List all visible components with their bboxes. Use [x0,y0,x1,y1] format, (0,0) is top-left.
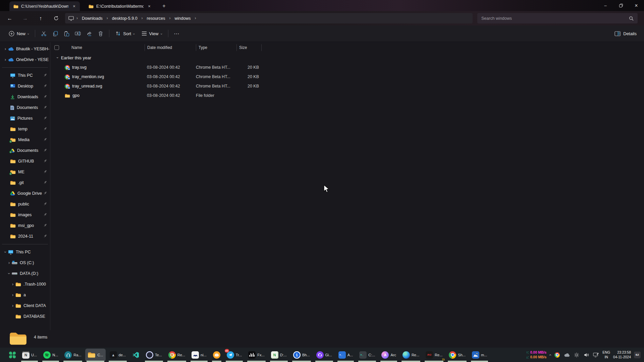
column-header-modified[interactable]: ›Date modified [145,44,196,51]
pin-icon[interactable] [43,137,47,143]
pin-icon[interactable] [43,127,47,132]
chevron-right-icon[interactable]: › [10,282,15,287]
breadcrumb-item[interactable]: desktop-5.9.0 [109,15,140,22]
notification-ez-icon[interactable]: EZ [634,352,641,358]
up-button[interactable]: ↑ [35,13,46,23]
copy-button[interactable] [49,28,61,39]
pin-icon[interactable] [43,84,47,89]
taskbar-item-edge[interactable]: Re... [400,349,422,361]
sidebar-item-pinned[interactable]: GITHUB [0,156,50,167]
sidebar-item-cloud[interactable]: › OneDrive - YESE [0,54,50,65]
breadcrumb-item[interactable]: Downloads [79,15,105,22]
restore-button[interactable] [613,0,629,11]
taskbar-item-explorer[interactable]: C... [85,349,105,361]
refresh-button[interactable] [50,13,62,23]
taskbar-item-telegram[interactable]: 86Tr... [224,349,245,361]
search-box[interactable]: Search windows [477,13,638,23]
cut-button[interactable] [38,28,49,39]
taskbar-item-onepassword[interactable]: 1Bh... [291,349,312,361]
chevron-down-icon[interactable]: › [7,271,11,276]
chevron-right-icon[interactable]: › [10,303,15,308]
sidebar-item-pinned[interactable]: This PC [0,70,50,81]
pin-icon[interactable] [43,170,47,175]
sidebar-item-pinned[interactable]: Google Drive [0,188,50,199]
pin-icon[interactable] [43,202,47,207]
explorer-tab[interactable]: E:\Contributation\Mattermost\ × [85,1,155,11]
pin-icon[interactable] [43,223,47,229]
share-button[interactable] [84,28,95,39]
paste-button[interactable] [61,28,72,39]
breadcrumb-item[interactable]: windows [172,15,193,22]
taskbar-item-nightly[interactable]: ni... [189,349,209,361]
sidebar-tree-item[interactable]: › OS (C:) [0,257,50,268]
explorer-tab[interactable]: C:\Users\Yesbhautik\Downloa × [9,1,80,11]
pin-icon[interactable] [43,95,47,100]
sidebar-item-pinned[interactable]: 2024-11 [0,231,50,242]
back-button[interactable]: ← [4,13,15,23]
pen-display-tray-icon[interactable] [593,352,599,358]
file-row[interactable]: B tray_mention.svg 03-08-2024 00:42 Chro… [51,72,262,81]
pin-icon[interactable] [43,180,47,186]
file-row[interactable]: gpo 03-08-2024 00:42 File folder [51,91,262,100]
rename-button[interactable] [72,28,84,39]
taskbar-item-spotify[interactable]: N... [41,349,60,361]
pin-icon[interactable] [43,191,47,196]
sidebar-tree-item[interactable]: › DATA (D:) [0,268,50,279]
sidebar-item-pinned[interactable]: Downloads [0,92,50,102]
net-speed-widget[interactable]: ↑:0.00 MB/s ↓:0.00 MB/s [526,350,547,359]
tab-close-icon[interactable]: × [146,3,152,9]
pin-icon[interactable] [43,234,47,239]
chrome-tray-icon[interactable] [554,352,560,358]
column-header-size[interactable]: Size [236,44,262,51]
sidebar-item-pinned[interactable]: .git [0,177,50,188]
new-tab-button[interactable]: + [160,2,168,10]
delete-button[interactable] [95,28,106,39]
sidebar-item-pinned[interactable]: Desktop [0,81,50,92]
language-indicator[interactable]: ENG IN [602,350,610,359]
file-row[interactable]: B tray.svg 03-08-2024 00:42 Chrome Beta … [51,63,262,72]
pin-icon[interactable] [43,213,47,218]
taskbar-item-photos[interactable]: m... [470,349,489,361]
sidebar-item-pinned[interactable]: public [0,199,50,209]
sidebar-tree-item[interactable]: › Client DATA [0,300,50,311]
minimize-button[interactable]: – [598,0,613,11]
group-header[interactable]: › Earlier this year [51,53,91,62]
pin-icon[interactable] [43,148,47,154]
pin-icon[interactable] [43,159,47,164]
pin-icon[interactable] [43,116,47,121]
sidebar-item-cloud[interactable]: › Bhautik - YESBH- [0,44,50,54]
new-button[interactable]: New › [5,28,32,39]
taskbar-item-fx[interactable]: Fx... [246,349,267,361]
taskbar-item-arc[interactable]: AArc [379,349,398,361]
pin-icon[interactable] [43,105,47,111]
sort-button[interactable]: Sort › [112,28,138,39]
brightness-tray-icon[interactable] [573,352,580,358]
volume-tray-icon[interactable] [583,352,590,358]
pin-icon[interactable] [43,73,47,78]
file-row[interactable]: B tray_unread.svg 03-08-2024 00:42 Chrom… [51,81,262,91]
clock-widget[interactable]: 23:23:58 04-11-2024 [613,350,631,359]
taskbar-item-vscode[interactable] [130,349,142,361]
sidebar-tree-item[interactable]: › a [0,290,50,300]
forward-button[interactable]: → [19,13,31,23]
view-button[interactable]: View › [138,28,165,39]
taskbar-item-terminal[interactable]: >_C:... [357,349,377,361]
sidebar-item-pinned[interactable]: msi_gpo [0,220,50,231]
close-button[interactable]: × [629,0,644,11]
tab-close-icon[interactable]: × [71,3,77,9]
breadcrumb-item[interactable]: resources [144,15,168,22]
taskbar-item-start[interactable] [7,349,18,361]
sidebar-item-pinned[interactable]: images [0,209,50,220]
sidebar-item-pinned[interactable]: temp [0,124,50,134]
cloud-tray-icon[interactable] [564,352,570,358]
taskbar-item-tealium[interactable]: Te... [144,349,164,361]
taskbar-item-discord[interactable] [211,349,223,361]
taskbar-item-github[interactable]: Gi... [314,349,334,361]
taskbar-item-chrome-profile[interactable]: Re... [166,349,187,361]
chevron-right-icon[interactable]: › [6,260,12,265]
hidden-icons-chevron[interactable]: › [548,354,552,356]
sidebar-item-pinned[interactable]: Documents [0,145,50,156]
chevron-right-icon[interactable]: › [10,293,15,297]
sidebar-tree-item[interactable]: › .Trash-1000 [0,279,50,290]
sidebar-tree-item[interactable]: DATABASE [0,311,50,322]
